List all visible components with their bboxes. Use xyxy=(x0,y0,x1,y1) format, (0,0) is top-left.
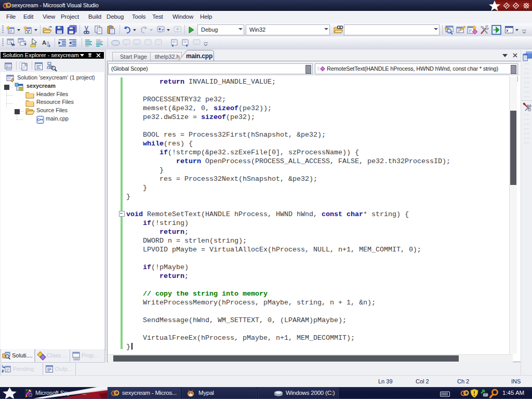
svg-text:Microsoft Spy++ - ...: Microsoft Spy++ - ... xyxy=(35,390,87,396)
svg-text:A: A xyxy=(42,39,46,46)
svg-text:a: a xyxy=(46,39,50,46)
svg-text:C++: C++ xyxy=(37,118,44,122)
